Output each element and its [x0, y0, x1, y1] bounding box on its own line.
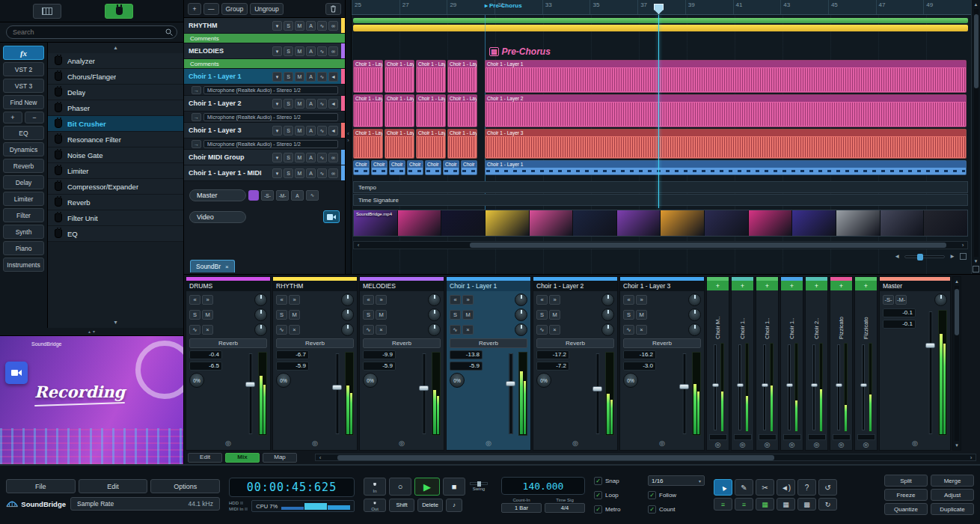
- mute-button[interactable]: M: [636, 310, 647, 320]
- action-duplicate[interactable]: Duplicate: [931, 503, 974, 515]
- mixer-channel[interactable]: Choir 1 - Layer 1«»SM∿×Reverb-13.8-5.90%…: [446, 276, 531, 451]
- group-synth[interactable]: Synth: [3, 225, 44, 239]
- mixer-vscroll[interactable]: ▴▾: [952, 276, 961, 451]
- collapse-icon[interactable]: ▾: [272, 168, 282, 178]
- category-find-new[interactable]: Find New: [3, 95, 44, 109]
- master-wave-button[interactable]: ∿: [306, 190, 319, 201]
- crossfade-icon[interactable]: ×: [289, 325, 300, 335]
- video-thumbnail[interactable]: [398, 210, 441, 236]
- add-send-button[interactable]: +: [806, 281, 827, 290]
- volume-fader[interactable]: [712, 343, 719, 432]
- mute-button[interactable]: M: [376, 310, 387, 320]
- audio-clip[interactable]: Choir 1 - Layer 1: [447, 60, 477, 93]
- volume-fader[interactable]: [836, 343, 842, 432]
- plugin-item[interactable]: Chorus/Flanger: [48, 69, 183, 85]
- track-row[interactable]: Choir 1 - Layer 1▾SMA∿◄: [184, 69, 345, 85]
- next-icon[interactable]: »: [376, 295, 387, 305]
- pan-knob[interactable]: [341, 308, 354, 321]
- fader-handle[interactable]: [245, 382, 255, 387]
- grid-size-select[interactable]: 1/16▾: [648, 475, 705, 486]
- plugin-item[interactable]: Reverb: [48, 195, 183, 210]
- video-thumbnail[interactable]: [617, 210, 661, 236]
- swing-slider-thumb[interactable]: [477, 481, 481, 487]
- add-track-button[interactable]: +: [188, 3, 201, 15]
- next-icon[interactable]: »: [636, 295, 647, 305]
- prev-icon[interactable]: «: [623, 295, 634, 305]
- add-send-button[interactable]: +: [830, 281, 852, 290]
- track-s-button[interactable]: S: [284, 72, 293, 82]
- fader-handle[interactable]: [786, 383, 793, 387]
- timeline-hscroll[interactable]: ‹ ›: [353, 241, 968, 249]
- audio-clip[interactable]: Choir 1 - Layer 2: [447, 94, 477, 127]
- automation-icon[interactable]: ∿: [363, 325, 374, 335]
- speaker-icon[interactable]: ◄: [328, 126, 338, 135]
- group-limiter[interactable]: Limiter: [3, 192, 44, 206]
- plugin-item[interactable]: Limiter: [48, 163, 183, 179]
- solo-button[interactable]: S: [536, 310, 548, 320]
- track-s-button[interactable]: S: [284, 99, 293, 109]
- mixer-channel[interactable]: MELODIES«»SM∿×Reverb-9.9-5.90%◎: [359, 276, 444, 451]
- count-in-button[interactable]: 1 Bar: [501, 503, 542, 513]
- fader-handle[interactable]: [712, 383, 719, 387]
- midi-clip[interactable]: Choir 1 - Layer 1: [461, 160, 477, 175]
- record-button[interactable]: ○: [389, 478, 411, 496]
- toggle-follow[interactable]: ✓Follow: [648, 489, 705, 501]
- audio-clip[interactable]: Choir 1 - Layer 3: [447, 129, 477, 159]
- width-knob[interactable]: [515, 323, 527, 336]
- automation-icon[interactable]: ∿: [317, 72, 327, 82]
- midi-clip[interactable]: Choir 1 - Layer 1: [353, 160, 370, 175]
- volume-fader[interactable]: [419, 352, 429, 436]
- scroll-left-icon[interactable]: ‹: [354, 242, 363, 249]
- vscroll-thumb[interactable]: [955, 289, 959, 335]
- plugin-item[interactable]: Resonance Filter: [48, 132, 183, 147]
- plugins-button[interactable]: [105, 4, 133, 19]
- menu-file[interactable]: File: [6, 479, 76, 493]
- track-row[interactable]: Choir 1 - Layer 1 - MIDI▾SMA∿∞: [184, 165, 345, 181]
- group-reverb[interactable]: Reverb: [3, 159, 44, 173]
- pan-knob[interactable]: [601, 308, 614, 321]
- volume-fader[interactable]: [811, 343, 818, 432]
- tab-map[interactable]: Map: [263, 453, 297, 463]
- speaker-icon[interactable]: ◄: [328, 99, 338, 109]
- zoom-out-icon[interactable]: ◄: [894, 253, 900, 260]
- track-m-button[interactable]: M: [295, 46, 304, 56]
- mixer-channel-narrow[interactable]: +Fizzicato◎: [854, 276, 878, 451]
- volume-fader[interactable]: [245, 352, 256, 436]
- timeline-ruler[interactable]: 25272931333537394143454749 ▸ Pre-Chorus: [352, 0, 971, 15]
- audio-clip[interactable]: Choir 1 - Layer 1: [416, 60, 446, 93]
- mixer-channel[interactable]: DRUMS«»SM∿×Reverb-0.4-6.50%◎: [186, 276, 271, 451]
- fit-screen-icon[interactable]: [960, 253, 967, 260]
- zoom-in-icon[interactable]: ◄: [949, 253, 955, 260]
- video-thumbnail[interactable]: [441, 210, 485, 236]
- mixer-scroll-left-icon[interactable]: ‹: [316, 454, 325, 461]
- prev-icon[interactable]: «: [363, 295, 374, 305]
- link-icon[interactable]: ∞: [328, 21, 338, 31]
- menu-options[interactable]: Options: [150, 479, 220, 493]
- loop-tool[interactable]: ↺: [818, 479, 837, 496]
- volume-fader[interactable]: [506, 352, 516, 436]
- video-thumbnail[interactable]: [836, 210, 880, 236]
- shift-button[interactable]: Shift: [389, 499, 414, 512]
- track-s-button[interactable]: S: [284, 126, 293, 135]
- midi-clip[interactable]: Choir 1 - Layer 1: [485, 160, 967, 175]
- marker-prechorus[interactable]: ▸ Pre-Chorus: [485, 2, 522, 9]
- speaker-icon[interactable]: ◄: [328, 72, 338, 82]
- time-signature-lane[interactable]: Time Signature: [353, 194, 968, 206]
- track-m-button[interactable]: M: [295, 21, 304, 31]
- crossfade-icon[interactable]: ×: [462, 325, 474, 335]
- grid-view[interactable]: ▦: [756, 498, 774, 511]
- clip-area[interactable]: ▤ Pre-Chorus Choir 1 - Layer 1Choir 1 - …: [352, 15, 971, 274]
- scroll-up-button[interactable]: ▴: [48, 43, 183, 53]
- solo-button[interactable]: S: [623, 310, 634, 320]
- add-send-button[interactable]: +: [732, 281, 753, 290]
- add-send-button[interactable]: +: [707, 281, 729, 290]
- link-icon[interactable]: ∞: [328, 153, 338, 162]
- mute-button[interactable]: M: [462, 310, 474, 320]
- ungroup-button[interactable]: Ungroup: [250, 3, 284, 15]
- video-track-row[interactable]: Video: [189, 210, 340, 223]
- action-adjust[interactable]: Adjust: [931, 489, 974, 501]
- track-a-button[interactable]: A: [306, 21, 316, 31]
- audition-tool[interactable]: ◄): [777, 479, 795, 496]
- scroll-up-icon[interactable]: ▴: [955, 278, 958, 284]
- add-category-button[interactable]: +: [3, 112, 22, 124]
